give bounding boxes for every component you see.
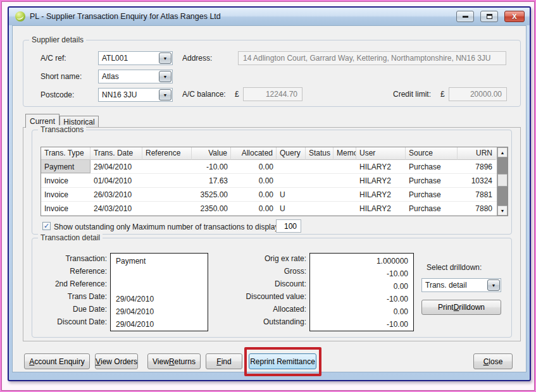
cell-user[interactable]: HILARY2 xyxy=(356,160,406,173)
col-user[interactable]: User xyxy=(356,147,406,160)
cell-memo[interactable] xyxy=(333,188,356,201)
col-value[interactable]: Value xyxy=(192,147,231,160)
cell-trans-type[interactable]: Invoice xyxy=(41,174,90,187)
cell-status[interactable] xyxy=(306,188,333,201)
cell-trans-type[interactable]: Payment xyxy=(41,160,90,173)
short-name-dropdown-button[interactable]: ▼ xyxy=(159,71,171,82)
col-query[interactable]: Query xyxy=(277,147,306,160)
cell-status[interactable] xyxy=(306,174,333,187)
close-window-button[interactable]: X xyxy=(504,11,525,22)
vertical-scrollbar[interactable]: ▲ ▼ xyxy=(497,147,508,216)
short-name-combo[interactable]: Atlas ▼ xyxy=(98,70,173,83)
max-display-input[interactable]: 100 xyxy=(276,219,301,233)
table-row[interactable]: Invoice 26/03/2010 3525.00 0.00 U HILARY… xyxy=(41,188,497,202)
table-row[interactable]: Payment 29/04/2010 -10.00 0.00 HILARY2 P… xyxy=(41,160,497,174)
cell-reference[interactable] xyxy=(142,174,192,187)
button-mnemonic: V xyxy=(96,357,101,366)
cell-urn[interactable]: 7881 xyxy=(458,188,495,201)
cell-urn[interactable]: 10324 xyxy=(458,174,495,187)
cell-urn[interactable]: 7880 xyxy=(458,202,495,215)
cell-value[interactable]: 17.63 xyxy=(192,174,231,187)
postcode-dropdown-button[interactable]: ▼ xyxy=(159,89,171,101)
detail-value: Payment xyxy=(111,255,208,268)
drilldown-combo[interactable]: Trans. detail ▼ xyxy=(421,278,501,292)
find-button[interactable]: Find xyxy=(206,353,242,369)
view-orders-button[interactable]: View Orders xyxy=(95,353,138,369)
col-trans-type[interactable]: Trans. Type xyxy=(41,147,90,160)
address-label: Address: xyxy=(182,54,212,63)
cell-memo[interactable] xyxy=(333,202,356,215)
cell-user[interactable]: HILARY2 xyxy=(356,202,406,215)
cell-trans-date[interactable]: 24/03/2010 xyxy=(90,202,142,215)
table-row[interactable]: Invoice 01/04/2010 17.63 0.00 HILARY2 Pu… xyxy=(41,174,497,188)
minimize-button[interactable] xyxy=(456,11,474,22)
titlebar[interactable]: PL - Supplier Transaction Enquiry for At… xyxy=(9,8,530,25)
ac-ref-combo[interactable]: ATL001 ▼ xyxy=(98,51,173,65)
cell-reference[interactable] xyxy=(142,160,192,173)
cell-value[interactable]: 2350.00 xyxy=(192,202,231,215)
detail-right-box: 1.000000 -10.00 0.00 -10.00 0.00 -10.00 xyxy=(309,253,414,331)
cell-source[interactable]: Purchase xyxy=(406,202,458,215)
cell-trans-date[interactable]: 01/04/2010 xyxy=(90,174,142,187)
button-label: lose xyxy=(489,357,502,366)
show-outstanding-checkbox[interactable]: ✓ xyxy=(42,222,51,230)
button-mnemonic: D xyxy=(454,303,459,312)
close-button[interactable]: Close xyxy=(473,353,513,369)
close-icon: X xyxy=(512,13,516,20)
cell-query[interactable]: U xyxy=(277,202,306,215)
restore-button[interactable] xyxy=(480,11,498,22)
col-memo[interactable]: Memo xyxy=(333,147,356,160)
cell-query[interactable] xyxy=(277,174,306,187)
cell-trans-date[interactable]: 29/04/2010 xyxy=(90,160,142,173)
print-drilldown-button[interactable]: Print Drilldown xyxy=(421,300,501,315)
col-status[interactable]: Status xyxy=(306,147,333,160)
cell-allocated[interactable]: 0.00 xyxy=(231,202,277,215)
scrollbar-thumb[interactable] xyxy=(497,174,508,187)
cell-status[interactable] xyxy=(306,202,333,215)
cell-source[interactable]: Purchase xyxy=(406,174,458,187)
col-trans-date[interactable]: Trans. Date xyxy=(90,147,142,160)
cell-user[interactable]: HILARY2 xyxy=(356,174,406,187)
cell-query[interactable]: U xyxy=(277,188,306,201)
cell-source[interactable]: Purchase xyxy=(406,188,458,201)
col-urn[interactable]: URN xyxy=(458,147,495,160)
cell-value[interactable]: -10.00 xyxy=(192,160,231,173)
cell-urn[interactable]: 7896 xyxy=(458,160,495,173)
cell-memo[interactable] xyxy=(333,174,356,187)
cell-trans-date[interactable]: 26/03/2010 xyxy=(90,188,142,201)
cell-trans-type[interactable]: Invoice xyxy=(41,202,90,215)
cell-user[interactable]: HILARY2 xyxy=(356,188,406,201)
col-reference[interactable]: Reference xyxy=(142,147,192,160)
reprint-remittance-button[interactable]: Reprint Remittance xyxy=(249,353,316,369)
postcode-combo[interactable]: NN16 3JU ▼ xyxy=(98,88,173,102)
cell-reference[interactable] xyxy=(142,188,192,201)
screenshot-outer-frame: PL - Supplier Transaction Enquiry for At… xyxy=(0,0,536,392)
table-row[interactable]: Invoice 24/03/2010 2350.00 0.00 U HILARY… xyxy=(41,202,497,216)
button-label: ccount Enquiry xyxy=(34,357,84,366)
cell-allocated[interactable]: 0.00 xyxy=(231,174,277,187)
credit-limit-label: Credit limit: xyxy=(393,90,431,99)
table-header-row: Trans. Type Trans. Date Reference Value … xyxy=(41,147,497,160)
button-mnemonic: A xyxy=(29,357,34,366)
cell-source[interactable]: Purchase xyxy=(406,160,458,173)
postcode-value: NN16 3JU xyxy=(99,90,158,99)
account-enquiry-button[interactable]: Account Enquiry xyxy=(24,353,90,369)
cell-trans-type[interactable]: Invoice xyxy=(41,188,90,201)
ac-ref-dropdown-button[interactable]: ▼ xyxy=(159,52,171,64)
cell-value[interactable]: 3525.00 xyxy=(192,188,231,201)
ac-balance-label: A/C balance: xyxy=(182,90,226,99)
cell-memo[interactable] xyxy=(333,160,356,173)
cell-allocated[interactable]: 0.00 xyxy=(231,160,277,173)
cell-reference[interactable] xyxy=(142,202,192,215)
view-returns-button[interactable]: View Returns xyxy=(147,353,201,369)
detail-value: 0.00 xyxy=(310,281,413,293)
scroll-up-button[interactable]: ▲ xyxy=(497,147,508,157)
detail-label: Transaction: xyxy=(37,254,107,267)
cell-status[interactable] xyxy=(306,160,333,173)
cell-allocated[interactable]: 0.00 xyxy=(231,188,277,201)
cell-query[interactable] xyxy=(277,160,306,173)
col-source[interactable]: Source xyxy=(406,147,458,160)
scroll-down-button[interactable]: ▼ xyxy=(497,205,508,216)
drilldown-dropdown-button[interactable]: ▼ xyxy=(487,279,500,291)
col-allocated[interactable]: Allocated xyxy=(231,147,277,160)
